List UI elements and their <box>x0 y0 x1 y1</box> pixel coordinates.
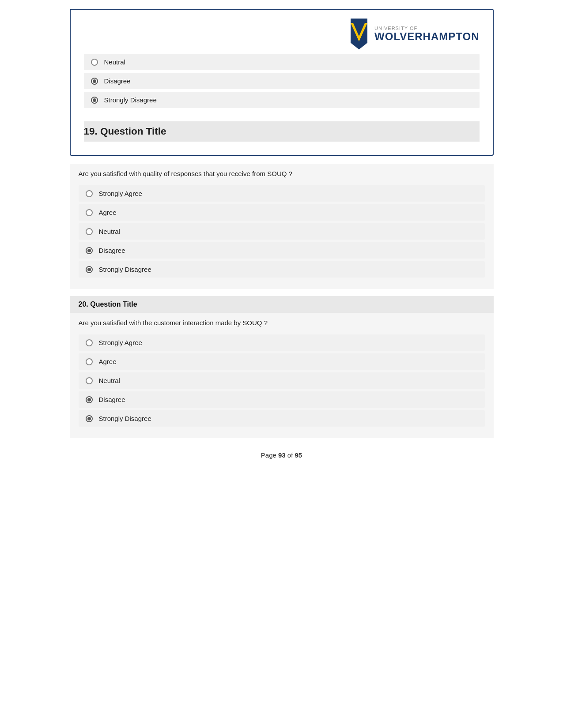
q20-option-neutral[interactable]: Neutral <box>79 372 485 389</box>
top-disagree-option[interactable]: Disagree <box>84 73 480 89</box>
q20-title-text: 20. Question Title <box>79 300 485 308</box>
q19-options-list: Strongly Agree Agree Neutral <box>79 185 485 278</box>
top-neutral-radio[interactable] <box>91 59 98 66</box>
q19-radio-strongly-agree[interactable] <box>86 190 93 197</box>
q20-label-strongly-agree: Strongly Agree <box>99 339 142 346</box>
q19-option-agree[interactable]: Agree <box>79 204 485 221</box>
q20-body: Are you satisfied with the customer inte… <box>70 313 494 438</box>
top-disagree-radio[interactable] <box>91 78 98 85</box>
q19-option-neutral[interactable]: Neutral <box>79 223 485 240</box>
logo-wolverhampton: WOLVERHAMPTON <box>374 31 479 42</box>
q19-label-neutral: Neutral <box>99 228 120 235</box>
q19-title-text: 19. Question Title <box>84 126 475 137</box>
q19-radio-disagree[interactable] <box>86 247 93 254</box>
top-card-options: Neutral Disagree Strongly Disagree <box>84 54 480 108</box>
q20-radio-strongly-disagree[interactable] <box>86 415 93 422</box>
q20-options-list: Strongly Agree Agree Neutral <box>79 334 485 427</box>
top-neutral-option[interactable]: Neutral <box>84 54 480 70</box>
footer-separator: of <box>286 451 295 459</box>
q19-body: Are you satisfied with quality of respon… <box>70 164 494 289</box>
q20-question-text: Are you satisfied with the customer inte… <box>79 319 485 326</box>
q20-radio-disagree[interactable] <box>86 396 93 403</box>
page-wrapper: UNIVERSITY OF WOLVERHAMPTON Neutral Disa… <box>70 0 494 477</box>
top-strongly-disagree-radio[interactable] <box>91 97 98 104</box>
university-logo: UNIVERSITY OF WOLVERHAMPTON <box>347 19 479 49</box>
footer-total: 95 <box>295 451 302 459</box>
page-footer: Page 93 of 95 <box>70 451 494 459</box>
q19-radio-strongly-disagree[interactable] <box>86 266 93 273</box>
questions-container: Are you satisfied with quality of respon… <box>70 164 494 438</box>
q19-radio-neutral[interactable] <box>86 228 93 235</box>
top-card: UNIVERSITY OF WOLVERHAMPTON Neutral Disa… <box>70 9 494 156</box>
q19-radio-agree[interactable] <box>86 209 93 216</box>
q19-question-text: Are you satisfied with quality of respon… <box>79 170 485 177</box>
q20-option-agree[interactable]: Agree <box>79 353 485 370</box>
logo-area: UNIVERSITY OF WOLVERHAMPTON <box>84 19 480 49</box>
top-neutral-label: Neutral <box>104 58 125 66</box>
footer-prefix: Page <box>261 451 278 459</box>
q20-label-neutral: Neutral <box>99 377 120 384</box>
q19-option-strongly-agree[interactable]: Strongly Agree <box>79 185 485 202</box>
q20-label-agree: Agree <box>99 358 117 365</box>
q20-title-bar: 20. Question Title <box>70 296 494 313</box>
q19-label-agree: Agree <box>99 209 117 216</box>
q20-section: 20. Question Title Are you satisfied wit… <box>70 296 494 438</box>
q20-radio-neutral[interactable] <box>86 377 93 384</box>
logo-text: UNIVERSITY OF WOLVERHAMPTON <box>374 26 479 42</box>
q19-label-strongly-disagree: Strongly Disagree <box>99 266 151 273</box>
top-disagree-label: Disagree <box>104 77 131 85</box>
q20-option-strongly-agree[interactable]: Strongly Agree <box>79 334 485 351</box>
q19-option-disagree[interactable]: Disagree <box>79 242 485 259</box>
q20-label-disagree: Disagree <box>99 396 125 403</box>
top-strongly-disagree-label: Strongly Disagree <box>104 96 157 104</box>
q19-title-in-card: 19. Question Title <box>84 121 480 142</box>
q19-option-strongly-disagree[interactable]: Strongly Disagree <box>79 261 485 278</box>
q20-label-strongly-disagree: Strongly Disagree <box>99 415 151 422</box>
q20-option-disagree[interactable]: Disagree <box>79 391 485 408</box>
q19-label-strongly-agree: Strongly Agree <box>99 190 142 197</box>
q20-option-strongly-disagree[interactable]: Strongly Disagree <box>79 410 485 427</box>
footer-current: 93 <box>278 451 286 459</box>
q20-radio-strongly-agree[interactable] <box>86 339 93 346</box>
q20-radio-agree[interactable] <box>86 358 93 365</box>
top-strongly-disagree-option[interactable]: Strongly Disagree <box>84 92 480 108</box>
q19-label-disagree: Disagree <box>99 247 125 254</box>
logo-svg-icon <box>347 19 371 49</box>
